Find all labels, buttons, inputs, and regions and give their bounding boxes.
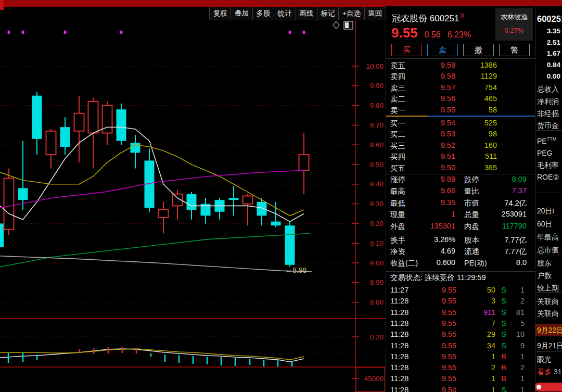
price-row: 9.55 0.56 6.23% (391, 25, 471, 41)
sidebar-item: 非经损 (537, 109, 562, 119)
trade-time: 11:27 (390, 286, 408, 294)
sidebar-item: PEG (537, 149, 562, 157)
sidebar-divider-line (535, 130, 562, 131)
candle-down (229, 198, 239, 200)
diamond-icon[interactable] (333, 21, 339, 29)
sidebar-label-small: TTM (547, 136, 557, 142)
trade-time: 11:28 (390, 319, 408, 327)
ma-line-MA60 (0, 233, 310, 267)
stat-value: 9.66 (441, 186, 455, 195)
trade-price: 9.55 (442, 352, 456, 361)
sidebar-divider-line (535, 255, 562, 255)
toolbar-button-3[interactable]: 多股 (253, 7, 274, 20)
trade-side: S (500, 308, 508, 317)
cancel-button[interactable]: 撤 (463, 44, 494, 56)
stat-value: 8.09 (512, 175, 527, 183)
search-box-partial[interactable] (260, 0, 372, 4)
candle-down (271, 222, 281, 226)
sidebar-item: 总市值 (537, 246, 562, 255)
toolbar-button-1[interactable]: 复权 (210, 7, 231, 20)
candle-up (299, 155, 309, 170)
trade-volume: 34 (487, 342, 495, 350)
trade-time: 11:28 (390, 308, 408, 317)
trade-count: 5 (520, 319, 525, 327)
stat-label: 净资 (390, 247, 405, 257)
level-volume: 1386 (480, 61, 497, 69)
trade-count: 10 (516, 330, 525, 338)
toolbar-button-5[interactable]: 画线 (296, 7, 317, 20)
toolbar-button-4[interactable]: 统计 (274, 7, 296, 20)
trade-count: 1 (520, 352, 525, 361)
trade-side: B (500, 374, 508, 383)
stat-value: 7.37 (512, 186, 527, 195)
stat-label: 涨停 (390, 175, 405, 185)
candle-up (159, 210, 169, 218)
toolbar-button-7[interactable]: +自选 (339, 7, 364, 20)
sidebar-count: 31 (554, 368, 562, 376)
price-tick-label: 9.50 (370, 161, 384, 169)
sell-button[interactable]: 卖 (427, 44, 458, 56)
price-tick-label: 8.90 (370, 279, 384, 286)
divider (386, 285, 535, 285)
sidebar-item: ROE② (537, 173, 562, 181)
stock-code: 600251 (430, 14, 459, 23)
price-change: 0.56 (425, 30, 441, 40)
trade-volume: 50 (487, 286, 495, 294)
sidebar-value: 1.67 (535, 49, 560, 57)
alert-button[interactable]: 警 (499, 44, 530, 56)
stat-value: 4.69 (441, 247, 455, 255)
divider (386, 271, 535, 272)
trade-side: S (500, 297, 508, 305)
sidebar-item: PETTM (537, 136, 562, 145)
stat-value: 1 (451, 210, 455, 218)
stat-value: 8.0 (516, 258, 527, 267)
split-view-icon-fill (345, 22, 349, 28)
trade-count: 1 (520, 286, 525, 294)
stock-name: 冠农股份 (392, 14, 427, 23)
sidebar-divider-line (535, 319, 562, 319)
toolbar-button-2[interactable]: 叠加 (231, 7, 252, 20)
trade-volume: 2 (491, 363, 495, 372)
trade-time: 11:28 (390, 297, 408, 305)
trade-volume: 911 (483, 308, 495, 317)
level-label: 卖三 (390, 83, 405, 93)
stat-label: 流通 (464, 247, 479, 257)
industry-box[interactable]: 农林牧渔 0.27% (495, 8, 533, 41)
price-tick-label: 9.60 (370, 141, 384, 149)
stat-value: 7.77亿 (504, 247, 527, 257)
level-label: 买一 (390, 119, 405, 129)
stat-value: 135301 (430, 222, 455, 230)
sidebar-date-tab[interactable]: 9月22日 (535, 324, 562, 336)
sidebar-item: 60日 (537, 220, 562, 229)
trade-volume: 3 (491, 297, 495, 305)
divider (386, 174, 535, 174)
sidebar-value: 2.51 (535, 39, 560, 46)
price-tick-label: 9.90 (370, 82, 384, 90)
level-label: 卖二 (390, 94, 405, 104)
sidebar-item: 总收入 (537, 85, 562, 94)
level-volume: 58 (489, 106, 497, 114)
trade-side: S (500, 342, 508, 350)
trade-volume: 7 (491, 319, 495, 327)
order-book-mid-divider (386, 116, 535, 117)
level-price: 9.52 (441, 141, 455, 149)
sidebar-red-pill[interactable] (535, 383, 562, 391)
candle-down (18, 188, 28, 200)
level-price: 9.54 (441, 119, 455, 127)
candle-up (4, 178, 14, 229)
sidebar-value: 0.00 (535, 72, 560, 80)
toolbar-button-6[interactable]: 标记 (317, 7, 339, 20)
sidebar-value: 0.84 (535, 61, 560, 69)
stat-label: 最低 (390, 198, 405, 208)
right-sidebar: 6002513.352.511.670.840.00总收入净利润非经损货币金PE… (535, 6, 562, 392)
sidebar-item: 看多31 (537, 368, 562, 377)
candle-up (88, 102, 98, 133)
buy-button[interactable]: 买 (391, 44, 422, 56)
candle-down (131, 143, 140, 153)
kline-chart[interactable]: ←8.9810.009.909.809.709.609.509.409.309.… (0, 20, 386, 392)
level-price: 9.58 (441, 72, 455, 80)
level-volume: 98 (489, 130, 497, 138)
toolbar-button-8[interactable]: 返回 (365, 7, 386, 20)
price-tick-label: 8.80 (370, 298, 384, 306)
stat-value: 9.35 (441, 198, 455, 207)
